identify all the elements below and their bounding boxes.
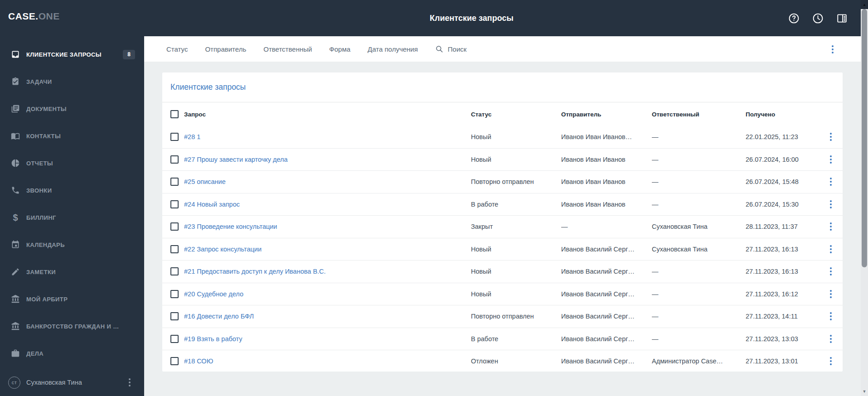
sender-cell: Иванов Иван Иванов: [561, 178, 652, 185]
request-link[interactable]: #22 Запрос консультации: [184, 246, 471, 253]
table-row: #21 Предоставить доступ к делу Иванова В…: [162, 261, 843, 283]
sidebar-item-label: МОЙ АРБИТР: [26, 296, 68, 303]
filter-item-1[interactable]: Отправитель: [205, 45, 246, 53]
row-checkbox[interactable]: [170, 312, 179, 320]
request-link[interactable]: #23 Проведение консультации: [184, 223, 471, 230]
row-checkbox[interactable]: [170, 357, 179, 365]
col-header-responsible[interactable]: Ответственный: [652, 111, 746, 118]
search-label: Поиск: [448, 45, 467, 53]
responsible-cell: Администратор Case…: [652, 357, 746, 365]
filter-item-0[interactable]: Статус: [166, 45, 188, 53]
filter-item-2[interactable]: Ответственный: [263, 45, 312, 53]
sidebar-item-10[interactable]: БАНКРОТСТВО ГРАЖДАН И …: [0, 313, 144, 340]
scrollbar-down-arrow-icon[interactable]: [861, 388, 868, 395]
status-cell: Новый: [471, 246, 561, 253]
table-row: #24 Новый запрос В работе Иванов Иван Ив…: [162, 193, 843, 216]
row-kebab-icon[interactable]: [828, 154, 834, 165]
sidebar-item-label: КАЛЕНДАРЬ: [26, 241, 65, 248]
status-cell: Новый: [471, 133, 561, 140]
sidebar-item-9[interactable]: МОЙ АРБИТР: [0, 285, 144, 313]
request-link[interactable]: #18 СОЮ: [184, 357, 471, 365]
sidebar-item-label: ОТЧЕТЫ: [26, 160, 53, 167]
row-kebab-icon[interactable]: [828, 288, 834, 300]
filter-kebab-icon[interactable]: [830, 43, 835, 55]
tasks-icon: [11, 77, 20, 86]
row-checkbox[interactable]: [170, 222, 179, 231]
select-all-checkbox[interactable]: [170, 110, 179, 118]
sidebar-item-2[interactable]: ДОКУМЕНТЫ: [0, 95, 144, 122]
row-kebab-icon[interactable]: [828, 333, 834, 345]
filter-item-4[interactable]: Дата получения: [368, 45, 418, 53]
requests-card: Клиентские запросы Запрос Статус Отправи…: [162, 72, 843, 372]
sidebar-item-0[interactable]: КЛИЕНТСКИЕ ЗАПРОСЫ 8: [0, 41, 144, 68]
col-header-sender[interactable]: Отправитель: [561, 111, 652, 118]
row-kebab-icon[interactable]: [828, 243, 834, 255]
row-kebab-icon[interactable]: [828, 221, 834, 232]
row-checkbox[interactable]: [170, 133, 179, 141]
request-link[interactable]: #19 Взять в работу: [184, 335, 471, 343]
sidebar-item-6[interactable]: $ БИЛЛИНГ: [0, 204, 144, 231]
sender-cell: Иванов Василий Серг…: [561, 357, 652, 365]
table-row: #16 Довести дело БФЛ Повторно отправлен …: [162, 305, 843, 328]
sidebar-item-11[interactable]: ДЕЛА: [0, 340, 144, 367]
row-checkbox[interactable]: [170, 290, 179, 298]
sidebar-item-1[interactable]: ЗАДАЧИ: [0, 68, 144, 95]
sidebar-item-label: БАНКРОТСТВО ГРАЖДАН И …: [26, 323, 119, 330]
avatar: ст: [8, 377, 20, 389]
row-checkbox[interactable]: [170, 335, 179, 343]
status-cell: Новый: [471, 290, 561, 298]
sidebar: CASE.ONE КЛИЕНТСКИЕ ЗАПРОСЫ 8 ЗАДАЧИ ДОК…: [0, 0, 144, 396]
request-link[interactable]: #28 1: [184, 133, 471, 140]
row-checkbox[interactable]: [170, 245, 179, 253]
row-checkbox[interactable]: [170, 155, 179, 164]
received-cell: 27.11.2023, 16:13: [746, 246, 820, 253]
sidebar-item-4[interactable]: ОТЧЕТЫ: [0, 150, 144, 177]
col-header-request[interactable]: Запрос: [184, 111, 471, 118]
request-link[interactable]: #24 Новый запрос: [184, 201, 471, 208]
row-kebab-icon[interactable]: [828, 310, 834, 322]
request-link[interactable]: #16 Довести дело БФЛ: [184, 313, 471, 320]
scrollbar-up-arrow-icon[interactable]: [861, 0, 868, 9]
request-link[interactable]: #27 Прошу завести карточку дела: [184, 156, 471, 163]
responsible-cell: —: [652, 201, 746, 208]
sidebar-item-label: ДОКУМЕНТЫ: [26, 106, 67, 112]
responsible-cell: —: [652, 178, 746, 185]
row-kebab-icon[interactable]: [828, 266, 834, 277]
help-icon[interactable]: [788, 12, 800, 24]
sender-cell: Иванов Василий Серг…: [561, 335, 652, 343]
user-row[interactable]: ст Сухановская Тина: [0, 375, 144, 390]
history-clock-icon[interactable]: [812, 12, 824, 24]
sidebar-item-label: БИЛЛИНГ: [26, 214, 56, 221]
status-cell: В работе: [471, 335, 561, 343]
row-kebab-icon[interactable]: [828, 198, 834, 210]
row-kebab-icon[interactable]: [828, 131, 834, 143]
request-link[interactable]: #25 описание: [184, 178, 471, 185]
search-box[interactable]: Поиск: [435, 45, 467, 53]
row-checkbox[interactable]: [170, 267, 179, 275]
sidebar-item-5[interactable]: ЗВОНКИ: [0, 177, 144, 204]
request-link[interactable]: #21 Предоставить доступ к делу Иванова В…: [184, 268, 471, 275]
col-header-received[interactable]: Получено: [746, 111, 820, 118]
sidebar-nav: КЛИЕНТСКИЕ ЗАПРОСЫ 8 ЗАДАЧИ ДОКУМЕНТЫ КО…: [0, 41, 144, 367]
user-menu-kebab-icon[interactable]: [127, 377, 132, 388]
inbox-icon: [11, 50, 20, 59]
sidebar-item-7[interactable]: КАЛЕНДАРЬ: [0, 231, 144, 258]
scrollbar-thumb[interactable]: [862, 9, 867, 267]
row-kebab-icon[interactable]: [828, 355, 834, 367]
row-checkbox[interactable]: [170, 200, 179, 208]
row-kebab-icon[interactable]: [828, 176, 834, 188]
sidebar-item-3[interactable]: КОНТАКТЫ: [0, 122, 144, 150]
sender-cell: Иванов Василий Серг…: [561, 246, 652, 253]
page-scrollbar[interactable]: [861, 0, 868, 396]
layout-columns-icon[interactable]: [836, 12, 848, 24]
responsible-cell: Сухановская Тина: [652, 246, 746, 253]
row-checkbox[interactable]: [170, 178, 179, 186]
sender-cell: Иванов Василий Серг…: [561, 290, 652, 298]
col-header-status[interactable]: Статус: [471, 111, 561, 118]
sidebar-item-8[interactable]: ЗАМЕТКИ: [0, 258, 144, 285]
app-logo: CASE.ONE: [8, 11, 60, 22]
received-cell: 26.07.2024, 16:00: [746, 156, 820, 163]
request-link[interactable]: #20 Судебное дело: [184, 290, 471, 298]
filter-item-3[interactable]: Форма: [329, 45, 350, 53]
table-row: #27 Прошу завести карточку дела Новый Ив…: [162, 149, 843, 171]
